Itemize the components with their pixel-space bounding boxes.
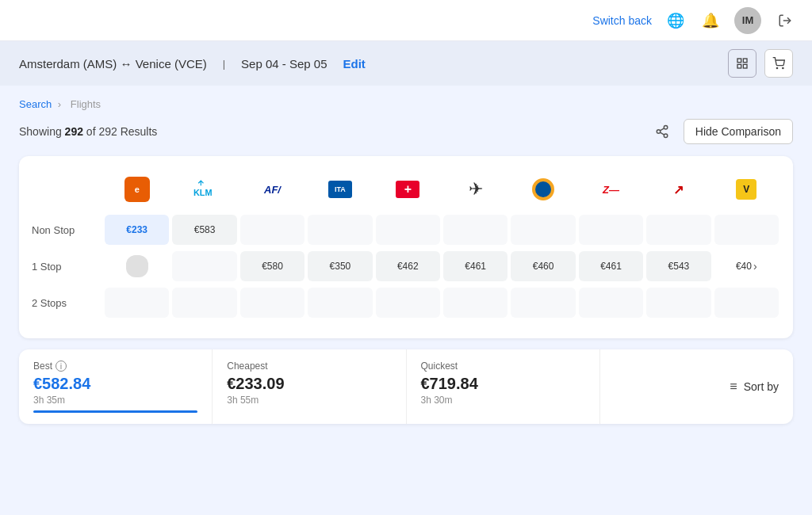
quickest-label: Quickest bbox=[421, 360, 585, 372]
best-price: €582.84 bbox=[33, 375, 197, 393]
twostops-row: 2 Stops bbox=[32, 286, 780, 319]
bottom-cards: Best i €582.84 3h 35m Cheapest €233.09 3… bbox=[19, 349, 793, 424]
airline-logo-klm[interactable]: KLM bbox=[170, 172, 238, 207]
quickest-time: 3h 30m bbox=[421, 395, 585, 406]
price-cell-empty bbox=[443, 288, 508, 318]
price-cell-empty bbox=[172, 288, 236, 318]
price-cell[interactable]: €580 bbox=[240, 251, 304, 281]
edit-button[interactable]: Edit bbox=[343, 57, 366, 71]
price-cell-empty bbox=[579, 288, 643, 318]
results-header: Showing 292 of 292 Results Hide Comparis… bbox=[19, 118, 793, 145]
svg-rect-4 bbox=[743, 64, 747, 68]
airline-logo-easemytrip[interactable]: e bbox=[103, 172, 170, 207]
price-cell[interactable]: €461 bbox=[443, 251, 508, 281]
hide-comparison-button[interactable]: Hide Comparison bbox=[684, 119, 793, 144]
cheapest-price: €233.09 bbox=[227, 375, 391, 393]
nonstop-row: Non Stop €233 €583 bbox=[32, 213, 780, 246]
svg-point-8 bbox=[657, 130, 661, 134]
bell-icon[interactable]: 🔔 bbox=[699, 10, 722, 32]
ita-logo: ITA bbox=[328, 181, 352, 198]
onestop-row: 1 Stop €580 €350 €462 €461 €460 €461 €54… bbox=[32, 250, 780, 283]
price-cell-loading bbox=[126, 255, 148, 277]
avatar[interactable]: IM bbox=[734, 7, 761, 34]
price-cell-empty bbox=[308, 288, 372, 318]
star-logo-icon: ✈ bbox=[469, 179, 483, 200]
price-cell[interactable]: €460 bbox=[511, 251, 575, 281]
svg-line-10 bbox=[660, 132, 664, 135]
price-cell-empty bbox=[646, 215, 710, 245]
showing-label: Showing bbox=[19, 125, 65, 138]
more-cell[interactable]: €40 › bbox=[714, 251, 779, 281]
svg-point-5 bbox=[776, 67, 777, 68]
date-text: Sep 04 - Sep 05 bbox=[241, 57, 327, 71]
best-card[interactable]: Best i €582.84 3h 35m bbox=[19, 349, 213, 424]
main-content: Search › Flights Showing 292 of 292 Resu… bbox=[0, 86, 812, 437]
price-cell-empty bbox=[714, 288, 779, 318]
airline-logo-star[interactable]: ✈ bbox=[442, 172, 509, 207]
sort-icon: ≡ bbox=[730, 380, 737, 394]
globe-icon[interactable]: 🌐 bbox=[665, 10, 687, 32]
svg-text:KLM: KLM bbox=[193, 188, 213, 197]
af-logo-text: AF/ bbox=[264, 184, 281, 196]
best-info-icon[interactable]: i bbox=[56, 360, 67, 372]
breadcrumb-current: Flights bbox=[71, 98, 101, 110]
route-text: Amsterdam (AMS) ↔ Venice (VCE) bbox=[19, 57, 207, 71]
best-label: Best i bbox=[33, 360, 197, 372]
price-cell-empty bbox=[376, 215, 440, 245]
breadcrumb-search[interactable]: Search bbox=[19, 98, 52, 110]
binter-logo-text: ↗ bbox=[673, 182, 684, 197]
price-cell[interactable]: €461 bbox=[579, 251, 643, 281]
onestop-label: 1 Stop bbox=[32, 254, 103, 279]
cart-button[interactable] bbox=[764, 49, 793, 78]
price-cell-empty bbox=[511, 288, 575, 318]
switch-back-link[interactable]: Switch back bbox=[592, 14, 652, 27]
lufthansa-logo bbox=[532, 178, 554, 200]
price-cell-empty bbox=[240, 288, 304, 318]
price-cell-empty bbox=[443, 215, 508, 245]
airline-logo-swiss[interactable]: + bbox=[374, 172, 442, 207]
airline-logo-airfrance[interactable]: AF/ bbox=[239, 172, 306, 207]
svg-rect-3 bbox=[737, 64, 741, 68]
easemytrip-logo: e bbox=[124, 177, 150, 202]
count-bold: 292 bbox=[65, 125, 83, 138]
svg-point-9 bbox=[664, 134, 668, 138]
quickest-card[interactable]: Quickest €719.84 3h 30m bbox=[407, 349, 600, 424]
volotea-logo: V bbox=[736, 179, 756, 200]
results-actions: Hide Comparison bbox=[649, 118, 793, 145]
total-label: of 292 Results bbox=[83, 125, 157, 138]
price-cell-empty bbox=[308, 215, 372, 245]
logout-icon[interactable] bbox=[774, 10, 796, 32]
price-cell[interactable]: €233 bbox=[105, 215, 169, 245]
price-cell[interactable]: €583 bbox=[172, 215, 236, 245]
cheapest-card[interactable]: Cheapest €233.09 3h 55m bbox=[213, 349, 406, 424]
airline-logo-volotea[interactable]: V bbox=[713, 172, 780, 207]
svg-rect-1 bbox=[737, 59, 741, 63]
share-button[interactable] bbox=[649, 118, 676, 145]
cheapest-label: Cheapest bbox=[227, 360, 391, 372]
nonstop-label: Non Stop bbox=[32, 218, 103, 242]
price-cell-empty bbox=[105, 288, 169, 318]
search-bar: Amsterdam (AMS) ↔ Venice (VCE) | Sep 04 … bbox=[0, 41, 812, 86]
quickest-price: €719.84 bbox=[421, 375, 585, 393]
best-time: 3h 35m bbox=[33, 395, 197, 406]
airline-logo-ita[interactable]: ITA bbox=[306, 172, 373, 207]
price-cell-empty bbox=[714, 215, 779, 245]
price-cell-empty bbox=[172, 251, 236, 281]
breadcrumb-separator: › bbox=[58, 98, 61, 110]
grid-view-button[interactable] bbox=[728, 49, 756, 78]
airline-logo-binter[interactable]: ↗ bbox=[645, 172, 712, 207]
twostops-label: 2 Stops bbox=[32, 291, 103, 315]
top-navigation: Switch back 🌐 🔔 IM bbox=[0, 0, 812, 41]
airline-logo-vueling[interactable]: Z— bbox=[577, 172, 645, 207]
airline-logos-row: e KLM AF/ ITA + ✈ bbox=[32, 172, 780, 207]
separator: | bbox=[223, 58, 225, 70]
sort-card[interactable]: ≡ Sort by bbox=[600, 349, 793, 424]
price-cell[interactable]: €462 bbox=[376, 251, 440, 281]
price-cell[interactable]: €350 bbox=[308, 251, 372, 281]
svg-rect-2 bbox=[743, 59, 747, 63]
price-cell-empty bbox=[579, 215, 643, 245]
airline-logo-lufthansa[interactable] bbox=[509, 172, 576, 207]
cheapest-time: 3h 55m bbox=[227, 395, 391, 406]
price-cell-empty bbox=[376, 288, 440, 318]
price-cell[interactable]: €543 bbox=[646, 251, 710, 281]
